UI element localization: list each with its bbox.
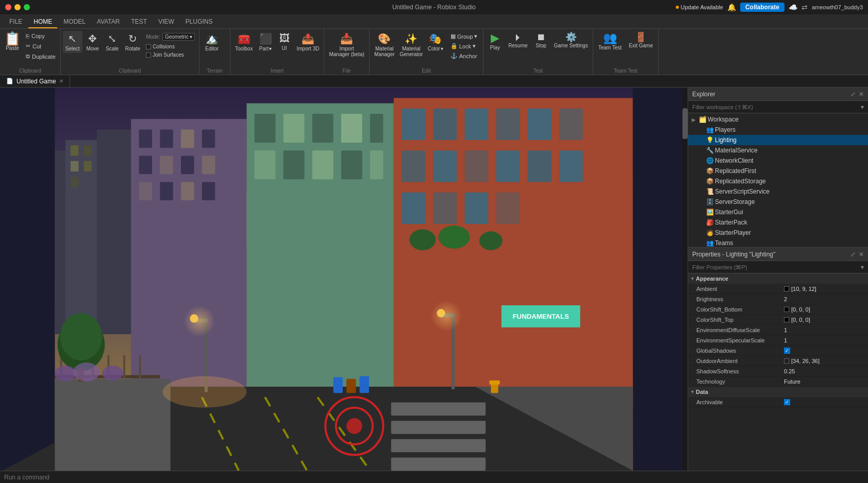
- duplicate-button[interactable]: ⧉Duplicate: [23, 52, 58, 61]
- prop-row-brightness[interactable]: Brightness 2: [688, 294, 868, 304]
- prop-row-ambient[interactable]: Ambient [10, 9, 12]: [688, 284, 868, 294]
- share-icon[interactable]: ⇄: [802, 3, 808, 11]
- rotate-button[interactable]: ↻ Rotate: [123, 31, 143, 53]
- resume-button[interactable]: ⏵ Resume: [505, 31, 530, 50]
- group-button[interactable]: ▦ Group ▾: [448, 32, 480, 41]
- team-test-button[interactable]: 👥 Team Test: [595, 31, 625, 52]
- import3d-button[interactable]: 📤 Import 3D: [294, 31, 322, 53]
- bell-icon[interactable]: 🔔: [727, 3, 736, 11]
- tree-item-starterplayer[interactable]: 🧑 StarterPlayer: [688, 228, 868, 238]
- tree-item-startergui[interactable]: 🖼️ StarterGui: [688, 207, 868, 217]
- document-tab[interactable]: 📄 Untitled Game ✕: [0, 75, 70, 87]
- prop-row-technology[interactable]: Technology Future: [688, 376, 868, 387]
- tree-icon-serverscriptservice: 📜: [706, 188, 714, 195]
- prop-value-colorshift_top: [0, 0, 0]: [781, 317, 868, 323]
- explorer-filter-input[interactable]: [692, 104, 859, 110]
- tree-icon-players: 👥: [706, 126, 714, 133]
- anchor-button[interactable]: ⚓ Anchor: [448, 51, 480, 60]
- part-button[interactable]: ⬛ Part ▾: [257, 31, 275, 53]
- tree-item-replicatedfirst[interactable]: 📦 ReplicatedFirst: [688, 166, 868, 176]
- prop-row-colorshift_top[interactable]: ColorShift_Top [0, 0, 0]: [688, 315, 868, 325]
- command-input[interactable]: [4, 474, 864, 481]
- team-test-group-label: Team Test: [595, 67, 656, 74]
- prop-row-archivable[interactable]: Archivable ✓: [688, 397, 868, 407]
- props-filter-input[interactable]: [692, 264, 861, 270]
- tree-item-networkclient[interactable]: 🌐 NetworkClient: [688, 156, 868, 166]
- tree-item-teams[interactable]: 👥 Teams: [688, 238, 868, 247]
- tree-item-workspace[interactable]: ▶ 🗂️ Workspace: [688, 114, 868, 125]
- join-surfaces-checkbox[interactable]: [146, 53, 151, 58]
- collisions-checkbox[interactable]: [146, 44, 151, 49]
- explorer-panel: Explorer ⤢ ✕ ▾ ▶ 🗂️ Workspace 👥 Players …: [688, 88, 868, 248]
- viewport-scroll-thumb[interactable]: [682, 108, 688, 139]
- viewport[interactable]: FUNDAMENTALS: [0, 88, 688, 471]
- tab-model[interactable]: MODEL: [58, 16, 91, 28]
- mode-dropdown[interactable]: Geometric ▾: [162, 33, 195, 41]
- select-icon: ↖: [68, 32, 77, 45]
- tree-item-materialservice[interactable]: 🔧 MaterialService: [688, 145, 868, 156]
- explorer-expand-btn[interactable]: ⤢: [850, 91, 856, 98]
- mode-label: Mode:: [146, 34, 160, 40]
- tree-label-starterplayer: StarterPlayer: [715, 229, 866, 236]
- svg-rect-48: [528, 150, 552, 182]
- lock-button[interactable]: 🔒 Lock ▾: [448, 42, 480, 50]
- tree-item-serverstorage[interactable]: 🗄️ ServerStorage: [688, 197, 868, 207]
- prop-row-environmentspecularscale[interactable]: EnvironmentSpecularScale 1: [688, 335, 868, 346]
- prop-value-colorshift_bottom: [0, 0, 0]: [781, 306, 868, 313]
- tree-item-replicatedstorage[interactable]: 📦 ReplicatedStorage: [688, 176, 868, 186]
- tab-close-button[interactable]: ✕: [59, 78, 63, 84]
- prop-value-ambient: [10, 9, 12]: [781, 286, 868, 292]
- tree-label-replicatedfirst: ReplicatedFirst: [715, 167, 866, 175]
- select-button[interactable]: ↖ Select: [63, 31, 82, 53]
- collisions-row[interactable]: Collisions: [146, 43, 195, 50]
- minimize-button[interactable]: [14, 4, 21, 10]
- tab-test[interactable]: TEST: [126, 16, 152, 28]
- toolbox-button[interactable]: 🧰 Toolbox: [232, 31, 255, 53]
- rotate-icon: ↻: [128, 32, 137, 45]
- explorer-close-btn[interactable]: ✕: [859, 91, 864, 98]
- material-manager-button[interactable]: 🎨 Material Manager: [372, 31, 397, 59]
- prop-row-shadowsoftness[interactable]: ShadowSoftness 0.25: [688, 366, 868, 376]
- tab-file[interactable]: FILE: [4, 16, 27, 28]
- copy-button[interactable]: ⎘Copy: [23, 32, 58, 40]
- prop-row-outdoorambient[interactable]: OutdoorAmbient [34, 26, 36]: [688, 356, 868, 366]
- checkbox-globalshadows[interactable]: ✓: [784, 348, 790, 354]
- tab-home[interactable]: HOME: [28, 16, 57, 28]
- svg-point-93: [60, 313, 103, 360]
- svg-rect-80: [333, 377, 343, 393]
- tree-item-serverscriptservice[interactable]: 📜 ServerScriptService: [688, 186, 868, 197]
- collaborate-button[interactable]: Collaborate: [740, 3, 784, 12]
- prop-row-environmentdiffusescale[interactable]: EnvironmentDiffuseScale 1: [688, 325, 868, 335]
- import-manager-button[interactable]: 📥 ImportManager (beta): [326, 31, 366, 59]
- tab-view[interactable]: VIEW: [153, 16, 179, 28]
- props-section-data[interactable]: ▾Data: [688, 387, 868, 397]
- props-section-appearance[interactable]: ▾Appearance: [688, 273, 868, 284]
- properties-expand-btn[interactable]: ⤢: [850, 251, 856, 258]
- color-button[interactable]: 🎭 Color ▾: [425, 31, 446, 53]
- tree-item-starterpack[interactable]: 🎒 StarterPack: [688, 217, 868, 228]
- cut-button[interactable]: ✂Cut: [23, 42, 58, 50]
- update-badge[interactable]: Update Available: [676, 4, 723, 10]
- ui-button[interactable]: 🖼 UI: [276, 31, 293, 53]
- stop-button[interactable]: ⏹ Stop: [532, 31, 550, 50]
- prop-row-colorshift_bottom[interactable]: ColorShift_Bottom [0, 0, 0]: [688, 304, 868, 315]
- properties-close-btn[interactable]: ✕: [859, 251, 864, 258]
- game-settings-button[interactable]: ⚙️ Game Settings: [552, 31, 591, 50]
- material-generator-button[interactable]: ✨ Material Generator: [398, 31, 424, 59]
- tree-item-lighting[interactable]: 💡 Lighting: [688, 135, 868, 145]
- editor-button[interactable]: 🏔️ Editor: [203, 31, 221, 53]
- paste-button[interactable]: 📋 Paste: [2, 31, 23, 52]
- maximize-button[interactable]: [24, 4, 30, 10]
- scale-button[interactable]: ⤡ Scale: [103, 31, 122, 53]
- join-surfaces-row[interactable]: Join Surfaces: [146, 51, 195, 58]
- move-button[interactable]: ✥ Move: [84, 31, 102, 53]
- exit-game-button[interactable]: 🚪 Exit Game: [626, 31, 656, 50]
- prop-row-globalshadows[interactable]: GlobalShadows ✓: [688, 346, 868, 356]
- tab-plugins[interactable]: PLUGINS: [180, 16, 218, 28]
- tree-item-players[interactable]: 👥 Players: [688, 125, 868, 135]
- tab-avatar[interactable]: AVATAR: [92, 16, 125, 28]
- play-button[interactable]: ▶ Play: [486, 31, 504, 52]
- close-button[interactable]: [5, 4, 11, 10]
- viewport-scrollbar[interactable]: [682, 88, 688, 471]
- checkbox-archivable[interactable]: ✓: [784, 399, 790, 405]
